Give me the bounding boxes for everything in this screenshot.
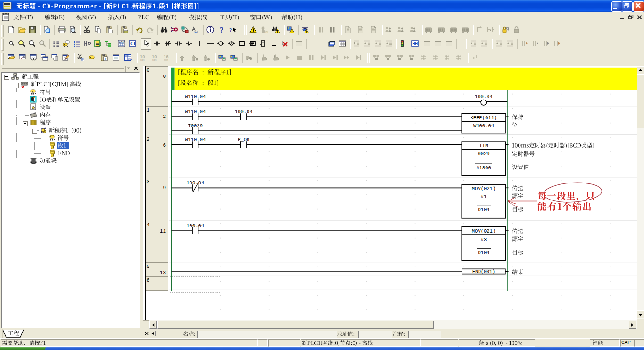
svg-text:11: 11 (160, 228, 166, 234)
svg-text:P: P (105, 57, 107, 61)
svg-text:13: 13 (160, 270, 166, 275)
svg-text:W100.04: W100.04 (473, 123, 494, 129)
svg-text:T0029: T0029 (188, 123, 203, 129)
svg-text:#1: #1 (481, 194, 487, 200)
svg-text:P_On: P_On (238, 137, 249, 142)
svg-text:W110.04: W110.04 (185, 94, 206, 100)
svg-text:D104: D104 (478, 207, 489, 213)
svg-text:?: ? (220, 26, 223, 33)
svg-text:END(001): END(001) (472, 269, 495, 275)
svg-text:rgn: rgn (140, 58, 145, 61)
svg-text:2: 2 (147, 136, 150, 142)
svg-text:100.04: 100.04 (235, 109, 253, 115)
svg-text:9: 9 (163, 185, 166, 191)
svg-text:0: 0 (163, 74, 166, 79)
svg-text:#1800: #1800 (476, 165, 491, 171)
svg-text:002: 002 (128, 58, 132, 60)
svg-text:4: 4 (147, 222, 150, 228)
svg-text:5: 5 (147, 264, 150, 269)
svg-text:HH: HH (413, 42, 418, 46)
svg-text:?: ? (229, 26, 232, 33)
svg-text:6: 6 (147, 277, 150, 283)
svg-text:rgn: rgn (152, 58, 157, 61)
svg-text:2: 2 (163, 114, 166, 119)
svg-text:100.04: 100.04 (475, 94, 493, 100)
svg-text:3: 3 (147, 179, 150, 184)
svg-text:MOV(021): MOV(021) (472, 228, 495, 234)
svg-text:B: B (195, 30, 198, 33)
svg-text:CI: CI (130, 41, 135, 46)
svg-text:D104: D104 (478, 250, 489, 256)
svg-text:SMA: SMA (119, 40, 125, 43)
svg-text:100.04: 100.04 (186, 223, 204, 229)
svg-text:0: 0 (147, 67, 150, 73)
svg-text:MOV(021): MOV(021) (472, 186, 495, 192)
svg-text:W110.04: W110.04 (185, 137, 206, 142)
svg-text:001: 001 (125, 54, 129, 57)
svg-text:#3: #3 (481, 237, 487, 242)
svg-text:rgn: rgn (264, 30, 268, 33)
svg-text:TIM: TIM (479, 143, 488, 149)
svg-text:6: 6 (163, 142, 166, 148)
svg-text:0029: 0029 (478, 151, 489, 157)
svg-text:W110.04: W110.04 (185, 109, 206, 115)
svg-text:1: 1 (147, 108, 150, 113)
svg-text:rgn: rgn (164, 58, 168, 61)
svg-text:KEEP(011): KEEP(011) (471, 115, 497, 121)
svg-text:100.04: 100.04 (186, 180, 204, 186)
